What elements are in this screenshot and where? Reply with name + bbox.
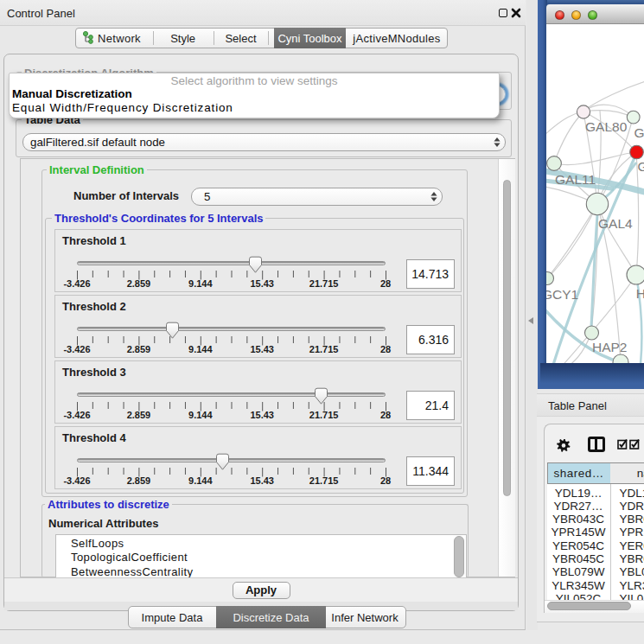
svg-text:HAP2: HAP2 bbox=[592, 340, 628, 354]
svg-text:GAL11: GAL11 bbox=[555, 171, 596, 186]
svg-text:GAL80: GAL80 bbox=[585, 119, 628, 134]
svg-text:GCY1: GCY1 bbox=[546, 287, 578, 302]
svg-text:H: H bbox=[636, 286, 644, 301]
svg-text:G: G bbox=[637, 159, 644, 174]
svg-text:GA: GA bbox=[634, 125, 644, 140]
svg-text:GAL4: GAL4 bbox=[598, 215, 633, 230]
